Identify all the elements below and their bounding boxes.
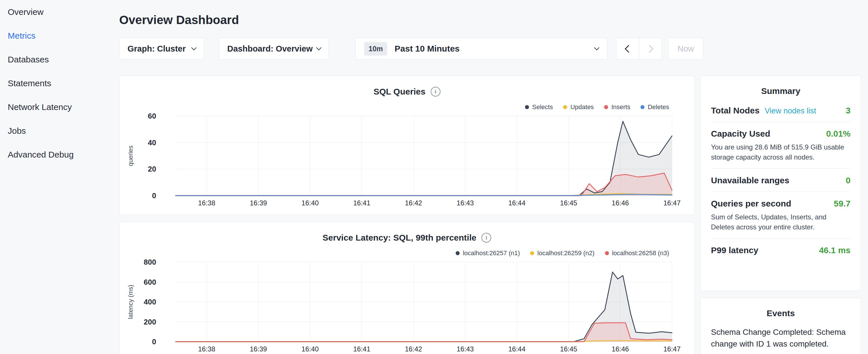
summary-label: Capacity Used — [711, 129, 770, 139]
sidebar-item-network-latency[interactable]: Network Latency — [0, 95, 115, 119]
summary-label: P99 latency — [711, 246, 758, 255]
svg-text:16:40: 16:40 — [302, 345, 319, 353]
service-latency-chart-panel: Service Latency: SQL, 99th percentile i … — [119, 222, 694, 354]
summary-value: 0 — [846, 175, 850, 185]
svg-text:16:46: 16:46 — [612, 345, 629, 353]
svg-text:queries: queries — [127, 146, 134, 166]
events-title: Events — [711, 307, 850, 321]
summary-row-capacity-used: Capacity Used 0.01% You are using 28.6 M… — [711, 122, 850, 169]
sidebar-item-overview[interactable]: Overview — [0, 0, 115, 24]
svg-text:400: 400 — [144, 297, 156, 306]
svg-text:200: 200 — [144, 318, 156, 326]
summary-row-total-nodes: Total Nodes View nodes list 3 — [711, 99, 850, 122]
svg-text:16:41: 16:41 — [353, 199, 370, 207]
svg-text:800: 800 — [144, 258, 156, 266]
svg-text:16:45: 16:45 — [560, 345, 577, 353]
summary-row-queries-per-second: Queries per second 59.7 Sum of Selects, … — [711, 192, 850, 238]
graph-dropdown-label: Graph: Cluster — [127, 44, 186, 54]
summary-label: Queries per second — [711, 199, 791, 208]
svg-text:0: 0 — [152, 191, 156, 200]
svg-text:40: 40 — [148, 138, 156, 147]
time-step-buttons — [616, 38, 662, 60]
svg-text:16:41: 16:41 — [353, 345, 370, 353]
view-nodes-list-link[interactable]: View nodes list — [765, 106, 816, 116]
summary-label: Total Nodes — [711, 106, 760, 116]
svg-text:20: 20 — [148, 165, 156, 173]
dashboard-dropdown[interactable]: Dashboard: Overview — [219, 38, 329, 60]
service-latency-chart[interactable]: 16:3816:3916:4016:4116:4216:4316:4416:45… — [120, 222, 694, 354]
chevron-down-icon — [191, 45, 196, 50]
summary-description: Sum of Selects, Updates, Inserts, and De… — [711, 212, 850, 232]
svg-text:16:38: 16:38 — [198, 199, 215, 207]
chevron-down-icon — [316, 45, 321, 50]
summary-value: 59.7 — [834, 199, 850, 208]
now-button[interactable]: Now — [668, 38, 703, 60]
svg-text:16:47: 16:47 — [663, 199, 681, 207]
event-item[interactable]: Schema Change Completed: Schema change w… — [711, 326, 850, 350]
dashboard-dropdown-label: Dashboard: Overview — [227, 44, 313, 54]
time-range-picker[interactable]: 10m Past 10 Minutes — [355, 38, 608, 60]
events-panel: Events Schema Change Completed: Schema c… — [700, 298, 861, 354]
time-step-back-button[interactable] — [616, 38, 639, 59]
summary-value: 46.1 ms — [819, 246, 850, 255]
svg-text:16:42: 16:42 — [405, 199, 422, 207]
svg-text:16:43: 16:43 — [457, 345, 474, 353]
summary-row-p99-latency: P99 latency 46.1 ms — [711, 238, 850, 261]
summary-value: 0.01% — [826, 129, 850, 139]
time-range-label: Past 10 Minutes — [395, 44, 460, 54]
summary-title: Summary — [711, 85, 850, 99]
sql-queries-chart-panel: SQL Queries i Selects Updates Inserts De… — [119, 75, 694, 215]
summary-value: 3 — [846, 106, 850, 116]
chevron-down-icon — [594, 45, 599, 50]
summary-label: Unavailable ranges — [711, 175, 789, 185]
svg-text:16:43: 16:43 — [457, 199, 474, 207]
svg-text:16:44: 16:44 — [508, 345, 526, 353]
time-range-badge: 10m — [364, 42, 387, 56]
graph-dropdown[interactable]: Graph: Cluster — [119, 38, 204, 60]
svg-text:16:44: 16:44 — [508, 199, 526, 207]
svg-text:16:38: 16:38 — [198, 345, 215, 353]
time-step-forward-button[interactable] — [639, 38, 662, 59]
sidebar-item-statements[interactable]: Statements — [0, 71, 115, 95]
sidebar-item-metrics[interactable]: Metrics — [0, 24, 115, 47]
svg-text:16:40: 16:40 — [302, 199, 319, 207]
sidebar-item-advanced-debug[interactable]: Advanced Debug — [0, 142, 115, 166]
sidebar-item-databases[interactable]: Databases — [0, 47, 115, 71]
page-title: Overview Dashboard — [119, 13, 239, 27]
svg-text:16:45: 16:45 — [560, 199, 577, 207]
svg-text:16:39: 16:39 — [250, 199, 267, 207]
summary-description: You are using 28.6 MiB of 515.9 GiB usab… — [711, 142, 850, 162]
chevron-right-icon — [646, 45, 653, 53]
svg-text:0: 0 — [152, 337, 156, 346]
sql-queries-chart[interactable]: 16:3816:3916:4016:4116:4216:4316:4416:45… — [120, 76, 694, 215]
summary-row-unavailable-ranges: Unavailable ranges 0 — [711, 169, 850, 192]
svg-text:16:42: 16:42 — [405, 345, 422, 353]
svg-text:latency (ms): latency (ms) — [127, 285, 134, 319]
svg-text:16:39: 16:39 — [250, 345, 267, 353]
svg-text:60: 60 — [148, 112, 156, 120]
svg-text:16:47: 16:47 — [663, 345, 681, 353]
svg-text:16:46: 16:46 — [612, 199, 629, 207]
chevron-left-icon — [625, 45, 632, 53]
sidebar: Overview Metrics Databases Statements Ne… — [0, 0, 115, 166]
summary-panel: Summary Total Nodes View nodes list 3 Ca… — [700, 75, 861, 291]
sidebar-item-jobs[interactable]: Jobs — [0, 119, 115, 142]
svg-text:600: 600 — [144, 278, 156, 286]
